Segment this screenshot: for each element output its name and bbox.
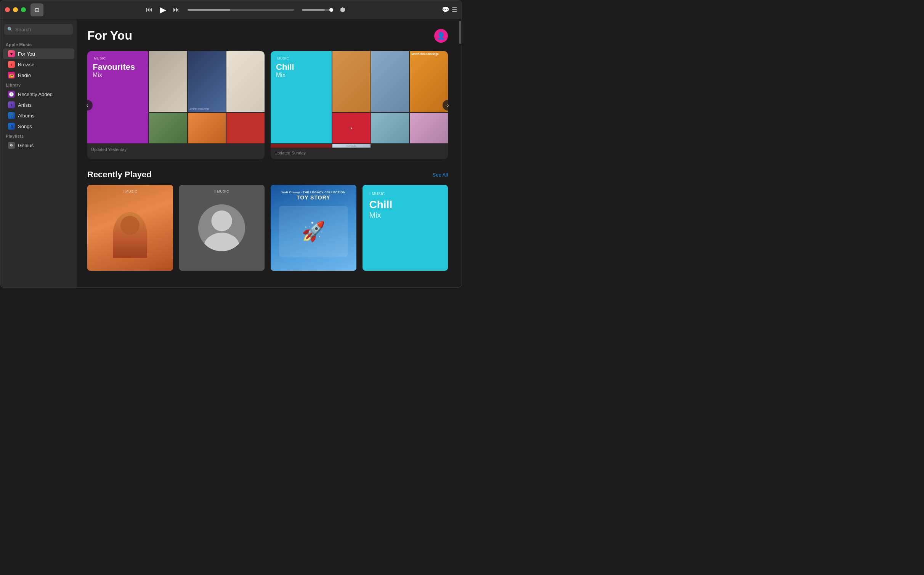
sidebar-item-songs[interactable]: ♫ Songs xyxy=(3,121,74,132)
chill-thumb-5 xyxy=(371,113,409,143)
volume-fill xyxy=(302,9,325,11)
content-header: For You 👤 xyxy=(87,29,448,43)
browse-icon: ♪ xyxy=(8,61,15,68)
radio-icon: 📻 xyxy=(8,72,15,79)
artists-icon: ♪ xyxy=(8,101,15,108)
fav-thumb-2: ACCELERATOR xyxy=(188,51,226,112)
chill-apple-music-text: MUSIC xyxy=(277,56,289,60)
recently-added-icon: 🕐 xyxy=(8,91,15,98)
minimize-button[interactable] xyxy=(13,7,18,12)
chill-thumb-3: Morcheeba Charango xyxy=(410,51,448,112)
svg-point-0 xyxy=(212,210,232,231)
radio-label: Radio xyxy=(18,72,31,78)
sidebar: 🔍 Apple Music ♥ For You ♪ Browse 📻 Radio… xyxy=(0,19,77,287)
search-bar[interactable]: 🔍 xyxy=(4,24,73,35)
mixes-row: ‹ MUSIC Favourites Mix xyxy=(87,51,448,159)
close-button[interactable] xyxy=(5,7,10,12)
sidebar-item-radio[interactable]: 📻 Radio xyxy=(3,70,74,80)
sidebar-item-artists[interactable]: ♪ Artists xyxy=(3,100,74,110)
chill-apple-label: MUSIC xyxy=(276,56,326,60)
artists-label: Artists xyxy=(18,102,32,108)
progress-fill xyxy=(188,9,230,11)
user-avatar-icon: 👤 xyxy=(437,32,445,40)
volume-container xyxy=(302,9,332,11)
songs-icon: ♫ xyxy=(8,123,15,130)
svg-point-1 xyxy=(204,233,240,251)
recent-card-2-inner:  MUSIC xyxy=(179,185,265,271)
chill-mix-card[interactable]: MUSIC Chill Mix Morcheeba Charang xyxy=(271,51,448,159)
player-bar: ⏮ ▶ ⏭ ⬢ xyxy=(50,5,442,15)
chill-updated: Updated Sunday xyxy=(271,148,448,155)
fav-thumb-6 xyxy=(226,113,265,143)
search-input[interactable] xyxy=(15,27,77,32)
player-controls: ⏮ ▶ ⏭ xyxy=(146,5,180,15)
chill-thumb-1 xyxy=(332,51,371,112)
progress-bar[interactable] xyxy=(188,9,294,11)
chill-thumb-6 xyxy=(410,113,448,143)
favourites-title: Favourites xyxy=(93,63,143,72)
sidebar-item-recently-added[interactable]: 🕐 Recently Added xyxy=(3,89,74,100)
volume-bar[interactable] xyxy=(302,9,332,11)
favourites-apple-music-text: MUSIC xyxy=(94,56,106,60)
recent-card-3-inner: Walt Disney · THE LEGACY COLLECTION TOY … xyxy=(271,185,356,271)
see-all-button[interactable]: See All xyxy=(433,172,448,178)
favourites-subtitle: Mix xyxy=(93,72,143,79)
sidebar-item-browse[interactable]: ♪ Browse xyxy=(3,59,74,70)
recently-added-label: Recently Added xyxy=(18,92,53,97)
search-icon: 🔍 xyxy=(7,27,13,32)
titlebar: ⊟ ⏮ ▶ ⏭ ⬢ 💬 ☰ xyxy=(0,0,462,19)
library-section-label: Library xyxy=(0,80,77,89)
fullscreen-button[interactable] xyxy=(21,7,26,12)
recent-card-4[interactable]:  MUSIC Chill Mix xyxy=(363,185,448,271)
queue-button[interactable]: ☰ xyxy=(452,6,457,13)
sidebar-toggle-button[interactable]: ⊟ xyxy=(30,3,43,16)
browse-label: Browse xyxy=(18,62,34,67)
fav-thumb-1 xyxy=(149,51,187,112)
chill-thumb-2 xyxy=(371,51,409,112)
mixes-next-arrow[interactable]: › xyxy=(443,100,453,111)
content-area: For You 👤 ‹ MUSIC Favourites M xyxy=(77,19,459,287)
recent-card-1[interactable]:  MUSIC xyxy=(87,185,173,271)
albums-label: Albums xyxy=(18,113,34,119)
songs-label: Songs xyxy=(18,124,32,129)
page-title: For You xyxy=(87,29,132,43)
chill-thumb-4: ♥ xyxy=(332,113,371,143)
chill-thumb-7 xyxy=(271,144,332,148)
view-buttons: 💬 ☰ xyxy=(442,6,457,13)
recent-card-2[interactable]:  MUSIC xyxy=(179,185,265,271)
sidebar-item-for-you[interactable]: ♥ For You xyxy=(3,48,74,59)
sidebar-item-genius[interactable]: G Genius xyxy=(3,140,74,151)
lyrics-button[interactable]: 💬 xyxy=(442,6,449,13)
apple-music-section-label: Apple Music xyxy=(0,40,77,48)
sidebar-item-albums[interactable]: 🎵 Albums xyxy=(3,110,74,121)
chill-title: Chill xyxy=(276,63,326,72)
mixes-prev-arrow[interactable]: ‹ xyxy=(82,100,93,111)
traffic-lights xyxy=(5,7,26,12)
for-you-icon: ♥ xyxy=(8,50,15,57)
airplay-button[interactable]: ⬢ xyxy=(340,6,345,13)
chill-mix-grid: MUSIC Chill Mix Morcheeba Charang xyxy=(271,51,448,148)
play-button[interactable]: ▶ xyxy=(160,5,166,15)
chill-thumb-8: ICICLE xyxy=(332,144,371,148)
recent-card-1-inner:  MUSIC xyxy=(87,185,173,271)
fav-thumb-3 xyxy=(226,51,265,112)
genius-icon: G xyxy=(8,142,15,149)
favourites-main-tile: MUSIC Favourites Mix xyxy=(87,51,148,143)
favourites-updated: Updated Yesterday xyxy=(87,144,265,152)
scrollbar-thumb xyxy=(459,21,461,44)
favourites-apple-label: MUSIC xyxy=(93,56,143,60)
scrollbar[interactable] xyxy=(459,19,462,287)
recent-card-3[interactable]: Walt Disney · THE LEGACY COLLECTION TOY … xyxy=(271,185,356,271)
fav-thumb-5 xyxy=(188,113,226,143)
rewind-button[interactable]: ⏮ xyxy=(146,6,153,14)
main-layout: 🔍 Apple Music ♥ For You ♪ Browse 📻 Radio… xyxy=(0,19,462,287)
chill-subtitle: Mix xyxy=(276,72,326,79)
recently-played-row:  MUSIC  MUSIC xyxy=(87,185,448,271)
fast-forward-button[interactable]: ⏭ xyxy=(173,6,180,14)
user-avatar[interactable]: 👤 xyxy=(434,29,448,43)
recent-card-4-inner:  MUSIC Chill Mix xyxy=(363,185,448,271)
volume-knob xyxy=(329,8,333,12)
favourites-mix-card[interactable]: MUSIC Favourites Mix ACCELERATOR xyxy=(87,51,265,159)
albums-icon: 🎵 xyxy=(8,112,15,119)
chill-main-tile: MUSIC Chill Mix xyxy=(271,51,332,143)
